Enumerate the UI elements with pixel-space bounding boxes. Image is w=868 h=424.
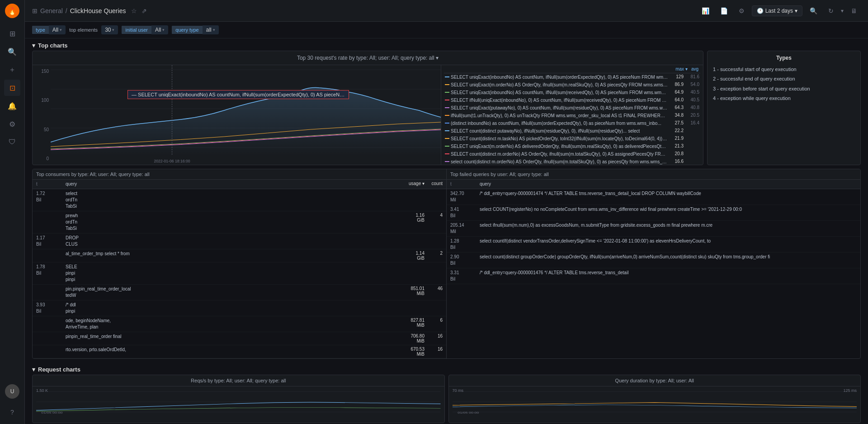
sidebar-icon-dashboard[interactable]: ⊡: [4, 80, 20, 96]
legend-item-5[interactable]: ifNull(sum(t1.unTrackQty), 0) AS unTrack…: [444, 112, 700, 119]
breadcrumb-section[interactable]: General: [40, 7, 63, 14]
legend-max-3: 64.0: [669, 97, 684, 102]
legend-item-11[interactable]: select count(distinct m.orderNo) AS Orde…: [444, 158, 700, 165]
top-charts-section-header[interactable]: ▾ Top charts: [25, 38, 868, 51]
table-row[interactable]: 1.17Bil DROPCLUS: [33, 233, 446, 249]
app-logo[interactable]: 🔥: [5, 4, 19, 18]
filter-type[interactable]: type All ▾: [32, 25, 66, 34]
right-col-t[interactable]: t: [450, 181, 480, 187]
legend-max-sort[interactable]: max ▾: [675, 67, 688, 71]
chart-svg: 2022-01-06 18:16:00: [51, 65, 441, 165]
table-row[interactable]: 342.70Mil /* ddl_entry=query-0000001474 …: [447, 189, 860, 205]
legend-label-3: SELECT ifNull(uniqExact(inboundNo), 0) A…: [451, 97, 668, 103]
cell-t: 3.93Bil: [36, 302, 66, 314]
table-row[interactable]: al_time_order_tmp select * from 1.14GiB …: [33, 249, 446, 262]
legend-item-9[interactable]: SELECT uniqExact(m.orderNo) AS delivered…: [444, 143, 700, 150]
user-avatar[interactable]: U: [5, 384, 19, 399]
legend-item-8[interactable]: SELECT count(distinct m.taskNo) AS picke…: [444, 135, 700, 143]
table-row[interactable]: 205.14Mil select ifnull(sum(m.num),0) as…: [447, 221, 860, 237]
time-range-label: Last 2 days: [765, 8, 793, 14]
request-charts-title: Request charts: [38, 366, 80, 373]
help-icon[interactable]: ?: [4, 404, 20, 420]
table-row[interactable]: pinpin_real_time_order final 706.80MiB 1…: [33, 332, 446, 345]
table-row[interactable]: prewhordTnTabSi 1.16GiB 4: [33, 211, 446, 233]
left-col-query[interactable]: query: [66, 181, 393, 187]
sidebar-icon-add[interactable]: ＋: [4, 62, 20, 78]
y-label-0: 0: [34, 156, 49, 161]
cell-t: 3.41Bil: [450, 206, 480, 219]
cell-query: select countIf(distinct vendorTransOrder…: [480, 238, 857, 251]
sidebar-icon-grid[interactable]: ⊞: [4, 25, 20, 42]
chart-title[interactable]: Top 30 request's rate by type: All; user…: [33, 51, 703, 65]
zoom-btn[interactable]: 🔍: [806, 5, 821, 16]
cell-usage: 851.01MiB: [393, 286, 425, 299]
table-row[interactable]: 1.78Bil SELEpinpipinpi: [33, 262, 446, 285]
reqs-chart-area[interactable]: 1.50 K 01/05 00:00: [33, 386, 444, 423]
filter-top-elements-value[interactable]: 30 ▾: [101, 25, 118, 34]
chevron-down-icon: ▾: [32, 366, 35, 373]
cell-query: rto.version, prto.saleOrdDetId,: [66, 347, 393, 357]
chevron-down-icon: ▾: [213, 28, 215, 32]
cell-count: 16: [425, 333, 443, 343]
table-row[interactable]: 2.90Bil select count(distinct groupOrder…: [447, 252, 860, 268]
duration-chart-area[interactable]: 70 ms 125 ms 01/05 00:00: [449, 386, 861, 423]
doc-btn[interactable]: 📄: [717, 5, 731, 16]
breadcrumb-page[interactable]: ClickHouse Queries: [70, 7, 126, 14]
refresh-btn[interactable]: ↻: [825, 5, 837, 16]
time-range-picker[interactable]: 🕐 Last 2 days ▾: [752, 5, 802, 16]
type-item-3: 4 - exception while query execution: [713, 94, 855, 103]
table-row[interactable]: 3.93Bil /* ddlpinpi: [33, 300, 446, 316]
cell-count: [425, 235, 443, 248]
filter-top-elements[interactable]: 30 ▾: [101, 25, 118, 34]
filter-type-value[interactable]: All ▾: [49, 25, 66, 34]
legend-label-1: SELECT uniqExact(m.orderNo) AS OrderQty,…: [451, 82, 668, 88]
refresh-chevron[interactable]: ▾: [841, 8, 844, 14]
legend-item-10[interactable]: SELECT count(distinct m.orderNo) AS Orde…: [444, 150, 700, 158]
table-row[interactable]: ode, beginNodeName,ArriveTime, plan 827.…: [33, 316, 446, 332]
filter-initial-user[interactable]: initial user All ▾: [122, 25, 168, 34]
filter-query-type-value[interactable]: all ▾: [203, 25, 219, 34]
cell-count: 4: [425, 213, 443, 232]
legend-avg-1: 54.0: [685, 82, 699, 87]
monitor-btn[interactable]: 🖥: [847, 5, 861, 16]
legend-item-6[interactable]: (distinct inboundNo) as countNum, ifNull…: [444, 119, 700, 127]
svg-text:01/05 00:00: 01/05 00:00: [458, 411, 479, 414]
left-col-usage[interactable]: usage ▾: [393, 181, 425, 187]
left-col-count[interactable]: count: [425, 181, 443, 187]
cell-query: ode, beginNodeName,ArriveTime, plan: [66, 318, 393, 330]
table-row[interactable]: 3.41Bil select COUNT(registerNo) no noCo…: [447, 205, 860, 221]
header-bar: ⊞ General / ClickHouse Queries ☆ ⇗ 📊 📄 ⚙…: [25, 0, 868, 22]
legend-item-3[interactable]: SELECT ifNull(uniqExact(inboundNo), 0) A…: [444, 96, 700, 104]
table-row[interactable]: rto.version, prto.saleOrdDetId, 670.53Mi…: [33, 345, 446, 358]
duration-svg: 01/05 00:00: [453, 388, 857, 415]
legend-item-0[interactable]: SELECT uniqExact(inboundNo) AS countNum,…: [444, 73, 700, 81]
left-col-t[interactable]: t: [36, 181, 66, 187]
legend-item-4[interactable]: SELECT uniqExact(putawayNo), 0) AS count…: [444, 104, 700, 112]
sidebar-icon-alert[interactable]: 🔔: [4, 98, 20, 114]
star-icon[interactable]: ☆: [131, 7, 137, 14]
legend-max-8: 21.9: [669, 136, 684, 141]
legend-item-1[interactable]: SELECT uniqExact(m.orderNo) AS OrderQty,…: [444, 81, 700, 89]
legend-item-2[interactable]: SELECT uniqExact(inboundNo) AS countNum,…: [444, 89, 700, 96]
table-row[interactable]: 1.72 Bil selectordTnTabSi: [33, 189, 446, 211]
chart-view-btn[interactable]: 📊: [698, 5, 713, 16]
right-table-title: Top failed queries by user: All; query t…: [447, 169, 860, 180]
legend-avg-sort[interactable]: avg: [691, 67, 698, 71]
sidebar-icon-settings[interactable]: ⚙: [4, 116, 20, 132]
settings-btn[interactable]: ⚙: [735, 5, 748, 16]
sidebar-icon-shield[interactable]: 🛡: [4, 134, 20, 150]
share-icon[interactable]: ⇗: [142, 7, 147, 14]
legend-max-7: 22.2: [669, 128, 684, 133]
right-col-query[interactable]: query: [480, 181, 857, 187]
cell-count: [425, 302, 443, 314]
table-row[interactable]: 1.28Bil select countIf(distinct vendorTr…: [447, 237, 860, 252]
request-charts-section-header[interactable]: ▾ Request charts: [25, 362, 868, 375]
table-row[interactable]: pin.pinpin_real_time_order_localtedW 851…: [33, 285, 446, 300]
table-row[interactable]: 3.31Bil /* ddl_entry=query-0000001476 */…: [447, 268, 860, 284]
cell-count: 16: [425, 347, 443, 357]
sidebar-icon-search[interactable]: 🔍: [4, 43, 20, 60]
legend-item-7[interactable]: SELECT count(distinct putawayNo), ifNull…: [444, 127, 700, 135]
chart-canvas[interactable]: 2022-01-06 18:16:00 — SELECT uniqExact(i…: [51, 65, 441, 165]
filter-initial-user-value[interactable]: All ▾: [151, 25, 168, 34]
filter-query-type[interactable]: query type all ▾: [172, 25, 218, 34]
